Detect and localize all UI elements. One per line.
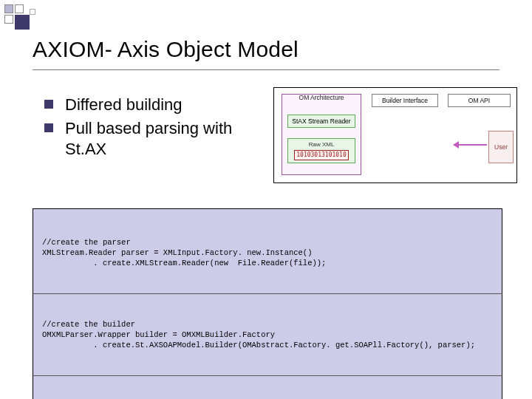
deco-square [30,9,35,15]
divider [33,293,502,294]
divider [33,375,502,376]
deco-square [15,15,30,30]
list-item: Differed building [44,95,259,115]
bullet-text: Pull based parsing with St.AX [65,118,259,160]
arrow-left-icon [457,144,487,146]
title-underline [33,69,499,70]
diagram-box-stax-reader: StAX Stream Reader [287,115,355,128]
bullet-text: Differed building [65,95,183,115]
code-chunk: //create the parser XMLStream.Reader par… [42,237,493,268]
diagram-box-user: User [488,131,514,163]
code-chunk: //create the builder OMXMLParser.Wrapper… [42,319,493,350]
bullet-icon [44,123,53,132]
code-block: //create the parser XMLStream.Reader par… [33,208,502,399]
list-item: Pull based parsing with St.AX [44,118,259,160]
deco-square [15,4,24,13]
diagram-box-builder-interface: Builder Interface [372,94,438,107]
slide: AXIOM- Axis Object Model Differed buildi… [0,0,532,399]
diagram-box-om-api: OM API [448,94,511,107]
diagram-hex: 10103013101010 [294,150,348,160]
deco-square [4,15,13,24]
diagram-label: OM Architecture [282,94,361,101]
diagram-label: Raw XML [309,141,335,149]
bullet-list: Differed building Pull based parsing wit… [44,95,259,163]
om-architecture-diagram: OM Architecture Builder Interface OM API… [273,87,517,183]
bullet-icon [44,100,53,109]
deco-square [4,4,13,13]
page-title: AXIOM- Axis Object Model [33,37,299,62]
corner-decoration [0,0,89,31]
diagram-box-raw-xml: Raw XML 10103013101010 [287,138,355,163]
